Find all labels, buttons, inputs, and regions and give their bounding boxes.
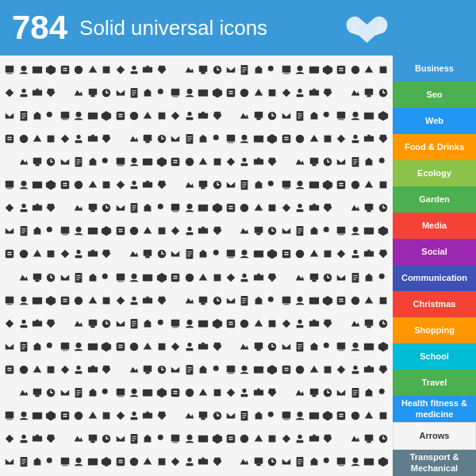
icon-cell (307, 313, 320, 335)
sidebar-item-web[interactable]: Web (393, 108, 476, 134)
icon-cell (100, 405, 113, 427)
sidebar-item-social[interactable]: Social (393, 239, 476, 265)
icon-cell (155, 151, 168, 173)
svg-rect-46 (171, 89, 180, 96)
icon-cell (169, 428, 182, 450)
sidebar-item-arrows[interactable]: Arrows (393, 422, 476, 450)
sidebar-item-communication[interactable]: Communication (393, 265, 476, 291)
svg-point-307 (186, 273, 194, 282)
sidebar-item-food--drinks[interactable]: Food & Drinks (393, 134, 476, 160)
icon-cell (349, 243, 362, 265)
icon-cell (266, 382, 278, 404)
icon-cell (44, 266, 57, 288)
icon-cell (72, 220, 85, 242)
icon-cell (210, 290, 223, 312)
sidebar-item-travel[interactable]: Travel (393, 370, 476, 396)
icon-cell (252, 82, 265, 104)
sidebar-item-ecology[interactable]: Ecology (393, 160, 476, 186)
svg-rect-9 (103, 67, 110, 74)
icon-cell (183, 428, 196, 450)
sidebar-item-business[interactable]: Business (393, 56, 476, 82)
icon-cell (128, 359, 140, 381)
icon-cell (141, 359, 154, 381)
icon-cell (321, 197, 334, 219)
icon-cell (17, 82, 29, 104)
svg-rect-239 (159, 228, 166, 235)
icon-cell (377, 197, 390, 219)
icon-cell (3, 382, 16, 404)
sidebar-item-garden[interactable]: Garden (393, 186, 476, 213)
sidebar-item-shopping[interactable]: Shopping (393, 317, 476, 344)
icon-cell (59, 174, 71, 196)
header-title: Solid universal icons (79, 16, 267, 40)
icon-cell (44, 128, 57, 150)
svg-rect-437 (227, 365, 236, 372)
svg-rect-39 (89, 89, 98, 95)
sidebar-item-school[interactable]: School (393, 344, 476, 370)
svg-rect-511 (337, 412, 346, 420)
svg-rect-59 (313, 89, 316, 91)
svg-point-45 (158, 89, 163, 94)
svg-rect-384 (365, 319, 374, 325)
icon-cell (225, 451, 237, 473)
icon-cell (363, 290, 375, 312)
icon-cell (100, 336, 113, 358)
icon-cell (280, 451, 293, 473)
icon-cell (59, 151, 71, 173)
icon-cell (266, 428, 278, 450)
svg-point-125 (353, 135, 357, 139)
icon-cell (59, 428, 71, 450)
svg-point-324 (21, 296, 26, 301)
svg-point-301 (132, 273, 137, 278)
icon-cell (31, 359, 44, 381)
icon-cell (59, 336, 71, 358)
icon-cell (113, 359, 126, 381)
svg-rect-219 (309, 205, 319, 211)
icon-cell (100, 382, 113, 404)
icon-cell (307, 243, 320, 265)
icon-cell (86, 313, 99, 335)
svg-rect-24 (283, 73, 289, 74)
icon-cell (335, 174, 347, 196)
sidebar-item-seo[interactable]: Seo (393, 82, 476, 108)
icons-grid (3, 59, 390, 473)
sidebar-item-transport--mechanical[interactable]: Transport & Mechanical (393, 450, 476, 476)
icon-cell (294, 197, 306, 219)
svg-rect-534 (227, 435, 236, 443)
icon-cell (210, 220, 223, 242)
sidebar-item-health-fitness--medicine[interactable]: Health fitness & medicine (393, 396, 476, 422)
icon-cell (294, 151, 306, 173)
svg-rect-138 (116, 158, 125, 165)
icon-cell (128, 128, 140, 150)
icon-cell (238, 82, 251, 104)
icon-cell (280, 59, 293, 81)
icon-cell (169, 128, 182, 150)
svg-rect-557 (116, 458, 125, 466)
icon-cell (294, 128, 306, 150)
icon-cell (280, 105, 293, 127)
icon-cell (3, 336, 16, 358)
icon-cell (266, 59, 278, 81)
icon-cell (238, 336, 251, 358)
icon-cell (197, 82, 209, 104)
sidebar-item-media[interactable]: Media (393, 213, 476, 239)
icon-cell (225, 266, 237, 288)
icon-cell (72, 151, 85, 173)
svg-rect-220 (313, 204, 316, 206)
svg-point-298 (102, 273, 108, 278)
sidebar-item-christmas[interactable]: Christmas (393, 291, 476, 317)
icon-cell (72, 105, 85, 127)
icon-cell (44, 243, 57, 265)
icon-cell (100, 174, 113, 196)
icon-cell (17, 428, 29, 450)
svg-point-505 (268, 412, 274, 417)
icon-cell (294, 105, 306, 127)
svg-point-372 (202, 321, 205, 325)
icon-cell (321, 128, 334, 150)
icon-cell (31, 405, 44, 427)
svg-point-353 (351, 296, 360, 305)
icon-cell (252, 428, 265, 450)
svg-rect-484 (7, 419, 13, 420)
svg-rect-496 (147, 412, 150, 414)
svg-rect-230 (61, 227, 70, 234)
